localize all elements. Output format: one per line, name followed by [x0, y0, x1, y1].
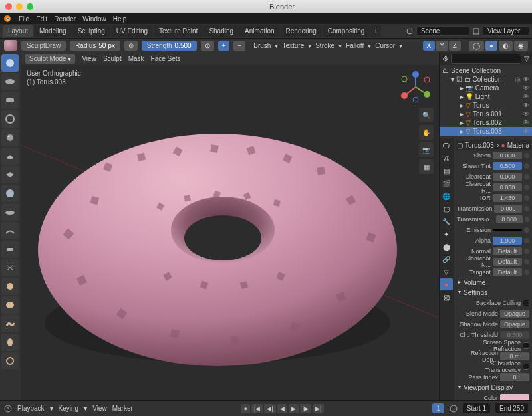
stroke-drop[interactable]: Stroke — [315, 42, 334, 49]
tool-blob[interactable] — [1, 148, 19, 165]
section-volume[interactable]: Volume — [456, 278, 531, 288]
tree-torus[interactable]: ▸ ▽ Torus👁 — [440, 101, 532, 110]
tree-light[interactable]: ▸ 💡 Light👁 — [440, 92, 532, 101]
shading-matprev[interactable]: ◐ — [499, 41, 513, 51]
play-rev-icon[interactable]: ◀ — [277, 404, 287, 413]
outliner-filter-icon[interactable]: ⚙ — [442, 55, 448, 62]
outliner-search[interactable] — [451, 54, 521, 64]
tree-scene[interactable]: 🗀 Scene Collection — [440, 66, 532, 75]
ptab-particle[interactable]: ✦ — [440, 228, 453, 240]
tool-inflate[interactable] — [1, 129, 19, 146]
filter-icon[interactable]: ▽ — [524, 55, 529, 62]
setting-subsurfacetranslucency[interactable]: Subsurface Translucency — [456, 362, 531, 372]
ptab-physics[interactable]: ⬤ — [440, 241, 453, 253]
frame-current[interactable]: 1 — [432, 403, 444, 413]
close-icon[interactable] — [5, 3, 12, 10]
tool-clay[interactable] — [1, 73, 19, 90]
tree-torus1[interactable]: ▸ ▽ Torus.001👁 — [440, 110, 532, 118]
tool-pinch[interactable] — [1, 259, 19, 276]
camera-icon[interactable]: 📷 — [419, 142, 434, 157]
prop-alpha[interactable]: Alpha1.000 — [456, 235, 531, 246]
tl-view[interactable]: View — [92, 405, 107, 412]
cursor-drop[interactable]: Cursor — [375, 42, 395, 49]
tool-thumb[interactable] — [1, 334, 19, 351]
tl-playback[interactable]: Playback — [17, 405, 45, 412]
tab-animation[interactable]: Animation — [239, 25, 279, 37]
direction-sub[interactable]: − — [233, 41, 245, 51]
brush-selector[interactable]: SculptDraw — [21, 41, 66, 51]
tab-texture[interactable]: Texture Paint — [154, 25, 203, 37]
strength-field[interactable]: Strength0.500 — [142, 41, 197, 51]
tab-layout[interactable]: Layout — [3, 25, 33, 37]
menu-edit[interactable]: Edit — [36, 15, 47, 23]
ptab-scene[interactable]: 🎬 — [440, 177, 453, 189]
tab-sculpting[interactable]: Sculpting — [72, 25, 110, 37]
autokey-icon[interactable]: ● — [241, 404, 250, 413]
jump-end-icon[interactable]: ▶| — [313, 404, 324, 413]
color-swatch[interactable] — [500, 394, 529, 400]
tool-rotate[interactable] — [1, 352, 19, 369]
mode-selector[interactable]: Sculpt Mode ▾ — [25, 54, 75, 64]
menu-help[interactable]: Help — [113, 15, 127, 23]
shading-rendered[interactable]: ◉ — [514, 41, 528, 51]
prop-emission[interactable]: Emission — [456, 225, 531, 235]
brush-drop[interactable]: Brush — [253, 42, 271, 49]
tree-collection[interactable]: ▾ ☑ 🗀 Collection◎ 👁 — [440, 75, 532, 84]
tab-rendering[interactable]: Rendering — [281, 25, 322, 37]
prop-transmissio[interactable]: Transmissio...0.000 — [456, 214, 531, 225]
pan-icon[interactable]: ✋ — [419, 125, 434, 140]
viewlayer-input[interactable] — [483, 26, 529, 36]
tab-shading[interactable]: Shading — [203, 25, 239, 37]
ptab-viewlayer[interactable]: ▤ — [440, 165, 453, 177]
setting-shadowmode[interactable]: Shadow ModeOpaque — [456, 319, 531, 330]
strength-pressure[interactable]: ⊙ — [201, 41, 214, 51]
texture-drop[interactable]: Texture — [282, 42, 304, 49]
tool-draw[interactable] — [1, 54, 19, 72]
perspective-icon[interactable]: ▦ — [419, 159, 434, 174]
tree-camera[interactable]: ▸ 📷 Camera👁 — [440, 84, 532, 92]
tool-layer[interactable] — [1, 110, 19, 128]
tool-elastic[interactable] — [1, 296, 19, 314]
tool-scrape[interactable] — [1, 241, 19, 258]
radius-field[interactable]: Radius50 px — [70, 41, 120, 51]
menu-window[interactable]: Window — [82, 15, 106, 23]
section-settings[interactable]: Settings — [456, 288, 531, 298]
prop-sheentint[interactable]: Sheen Tint0.500 — [456, 161, 531, 171]
falloff-drop[interactable]: Falloff — [346, 42, 364, 49]
play-icon[interactable]: ▶ — [289, 404, 299, 413]
tool-smooth[interactable] — [1, 185, 19, 202]
tool-crease[interactable] — [1, 166, 19, 183]
tool-grab[interactable] — [1, 278, 19, 295]
maximize-icon[interactable] — [27, 3, 33, 10]
clock-icon[interactable] — [450, 405, 458, 413]
tool-snake[interactable] — [1, 315, 19, 332]
prop-clearcoatr[interactable]: Clearcoat R...0.030 — [456, 182, 531, 193]
brush-preview[interactable] — [4, 40, 17, 51]
jump-prevkey-icon[interactable]: ◀| — [264, 404, 275, 413]
tab-uv[interactable]: UV Editing — [111, 25, 153, 37]
radius-pressure[interactable]: ⊙ — [124, 41, 138, 51]
mirror-z[interactable]: Z — [449, 41, 461, 51]
timeline-icon[interactable] — [4, 405, 12, 413]
shading-wire[interactable]: ◯ — [469, 41, 484, 51]
tl-marker[interactable]: Marker — [112, 405, 133, 412]
ptab-modifier[interactable]: 🔧 — [440, 215, 453, 227]
shading-solid[interactable]: ● — [485, 41, 497, 51]
jump-start-icon[interactable]: |◀ — [251, 404, 263, 413]
section-vdisplay[interactable]: Viewport Display — [456, 383, 531, 393]
mirror-y[interactable]: Y — [436, 41, 448, 51]
tl-keying[interactable]: Keying — [59, 405, 79, 412]
prop-sheen[interactable]: Sheen0.000 — [456, 150, 531, 161]
tool-fill[interactable] — [1, 222, 19, 239]
viewport-3d[interactable]: Sculpt Mode ▾ View Sculpt Mask Face Sets… — [21, 52, 439, 400]
setting-blendmode[interactable]: Blend ModeOpaque — [456, 308, 531, 319]
menu-file[interactable]: File — [19, 15, 29, 23]
frame-end[interactable]: End 250 — [495, 403, 528, 413]
minimize-icon[interactable] — [16, 3, 23, 10]
jump-nextkey-icon[interactable]: |▶ — [300, 404, 311, 413]
tab-compositing[interactable]: Compositing — [323, 25, 370, 37]
prop-ior[interactable]: IOR1.450 — [456, 193, 531, 203]
ptab-output[interactable]: 🖨 — [440, 152, 453, 164]
tree-torus3[interactable]: ▸ ▽ Torus.003👁 — [440, 127, 532, 136]
menu-facesets[interactable]: Face Sets — [151, 55, 181, 62]
